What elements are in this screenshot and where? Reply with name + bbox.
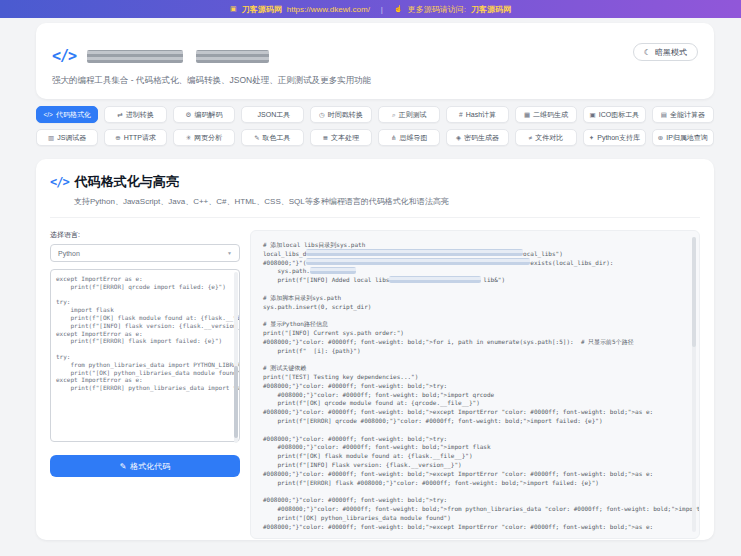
tool-label: 文本处理: [331, 133, 359, 143]
page-title: 代码格式化与高亮: [75, 173, 179, 191]
dark-mode-button[interactable]: ☾ 暗黑模式: [633, 43, 698, 61]
tool-color-picker[interactable]: ✎取色工具: [241, 129, 303, 146]
tool-regex-test[interactable]: ⌕正则测试: [378, 106, 440, 123]
document-icon: ≣: [323, 134, 328, 142]
formatted-code: # 添加local libs目录到sys.path local_libs_d o…: [263, 241, 687, 531]
tool-ico[interactable]: ▣ICO图标工具: [583, 106, 645, 123]
tool-mindmap[interactable]: ⋔思维导图: [378, 129, 440, 146]
search-icon: ⌕: [392, 111, 396, 119]
hash-icon: #: [459, 111, 463, 118]
divider: [50, 217, 700, 218]
clock-icon: ◷: [319, 111, 325, 119]
tool-label: 思维导图: [399, 133, 427, 143]
tool-label: IP归属地查询: [666, 133, 708, 143]
branch-icon: ⋔: [391, 134, 396, 142]
tool-label: Python支持库: [597, 133, 640, 143]
tool-json[interactable]: JSON工具: [241, 106, 303, 123]
tool-label: ICO图标工具: [599, 110, 639, 120]
textarea-scrollbar[interactable]: [234, 272, 238, 443]
code-format-panel: </> 代码格式化与高亮 支持Python、JavaScript、Java、C+…: [36, 159, 714, 540]
code-icon: </>: [50, 175, 69, 189]
tool-label: 取色工具: [263, 133, 291, 143]
moon-icon: ☾: [644, 48, 651, 57]
tool-label: 进制转换: [126, 110, 154, 120]
language-select[interactable]: Python ▼: [50, 244, 240, 262]
tool-label: 二维码生成: [533, 110, 568, 120]
chevron-down-icon: ▼: [227, 250, 232, 256]
tool-label: 正则测试: [399, 110, 427, 120]
language-label: 选择语言:: [50, 230, 240, 240]
swap-icon: ⇄: [117, 111, 122, 119]
section-subtitle: 支持Python、JavaScript、Java、C++、C#、HTML、CSS…: [74, 196, 700, 207]
scrollbar-thumb[interactable]: [692, 237, 696, 347]
scrollbar-thumb[interactable]: [234, 366, 238, 438]
tool-file-diff[interactable]: ≠文件对比: [515, 129, 577, 146]
key-icon: ◈: [456, 134, 461, 142]
tool-label: 文件对比: [535, 133, 563, 143]
python-icon: ✦: [589, 134, 594, 142]
image-icon: ▣: [590, 111, 596, 119]
tool-grid: </>代码格式化 ⇄进制转换 ⚙编码解码 JSON工具 ◷时间戳转换 ⌕正则测试…: [36, 106, 714, 146]
diff-icon: ≠: [529, 134, 533, 141]
format-code-button[interactable]: ✎ 格式化代码: [50, 455, 240, 477]
globe-icon: ⊕: [115, 134, 120, 142]
banner-divider: |: [381, 5, 383, 14]
tool-label: 时间戳转换: [328, 110, 363, 120]
formatted-output-panel: # 添加local libs目录到sys.path local_libs_d o…: [250, 230, 700, 539]
banner-more-link[interactable]: 刀客源码网: [471, 4, 511, 15]
tool-label: JSON工具: [258, 110, 291, 120]
tool-label: 代码格式化: [56, 110, 91, 120]
tool-text-process[interactable]: ≣文本处理: [310, 129, 372, 146]
monitor-icon: ▣: [230, 5, 237, 13]
header-card: </> ☾ 暗黑模式 强大的编程工具集合 - 代码格式化、编码转换、JSON处理…: [36, 23, 714, 99]
format-button-label: 格式化代码: [130, 461, 170, 472]
site-banner: ▣ 刀客源码网 https://www.dkewl.com/ | ☝ 更多源码请…: [0, 0, 741, 18]
tool-js-debugger[interactable]: ▥JS调试器: [36, 129, 98, 146]
qrcode-icon: ▦: [524, 111, 530, 119]
tool-web-analyze[interactable]: ✳网页分析: [173, 129, 235, 146]
censored-region: [306, 249, 523, 256]
banner-site-url[interactable]: https://www.dkewl.com/: [287, 5, 370, 14]
censored-title-block-1: [87, 50, 183, 63]
tool-ip-lookup[interactable]: ⊛IP归属地查询: [652, 129, 714, 146]
tool-http-request[interactable]: ⊕HTTP请求: [104, 129, 166, 146]
tool-hash[interactable]: #Hash计算: [446, 106, 508, 123]
calculator-icon: ▤: [661, 111, 667, 119]
tool-calculator[interactable]: ▤全能计算器: [652, 106, 714, 123]
wrench-icon: ⚙: [186, 111, 192, 119]
tool-timestamp[interactable]: ◷时间戳转换: [310, 106, 372, 123]
pointer-icon: ☝: [394, 5, 403, 13]
header-subtitle: 强大的编程工具集合 - 代码格式化、编码转换、JSON处理、正则测试及更多实用功…: [52, 75, 698, 87]
code-input[interactable]: except ImportError as e: print(f"[ERROR]…: [50, 269, 240, 442]
location-icon: ⊛: [658, 134, 663, 142]
code-icon: </>: [43, 111, 52, 118]
tool-python-lib[interactable]: ✦Python支持库: [583, 129, 645, 146]
tool-label: 密码生成器: [464, 133, 499, 143]
tool-base-convert[interactable]: ⇄进制转换: [104, 106, 166, 123]
pen-icon: ✎: [254, 134, 259, 142]
terminal-icon: ▥: [48, 134, 54, 142]
banner-site-name[interactable]: 刀客源码网: [242, 4, 282, 15]
tool-encode-decode[interactable]: ⚙编码解码: [173, 106, 235, 123]
tool-label: 网页分析: [194, 133, 222, 143]
banner-more-text: 更多源码请访问:: [408, 4, 466, 15]
censored-region: [310, 267, 356, 274]
output-scrollbar[interactable]: [692, 237, 696, 532]
editor-column: 选择语言: Python ▼ except ImportError as e: …: [50, 230, 240, 539]
tool-qrcode[interactable]: ▦二维码生成: [515, 106, 577, 123]
censored-region: [389, 276, 481, 283]
tool-label: JS调试器: [57, 133, 86, 143]
language-selected-value: Python: [58, 250, 80, 257]
tool-label: 编码解码: [194, 110, 222, 120]
code-logo-icon: </>: [52, 47, 76, 65]
tool-password-gen[interactable]: ◈密码生成器: [446, 129, 508, 146]
censored-title-block-2: [196, 50, 269, 63]
analyze-icon: ✳: [186, 134, 191, 142]
tool-code-format[interactable]: </>代码格式化: [36, 106, 98, 123]
pen-icon: ✎: [120, 462, 127, 471]
dark-mode-label: 暗黑模式: [655, 47, 687, 58]
tool-label: 全能计算器: [670, 110, 705, 120]
censored-region: [306, 258, 530, 265]
tool-label: Hash计算: [466, 110, 496, 120]
tool-label: HTTP请求: [124, 133, 156, 143]
